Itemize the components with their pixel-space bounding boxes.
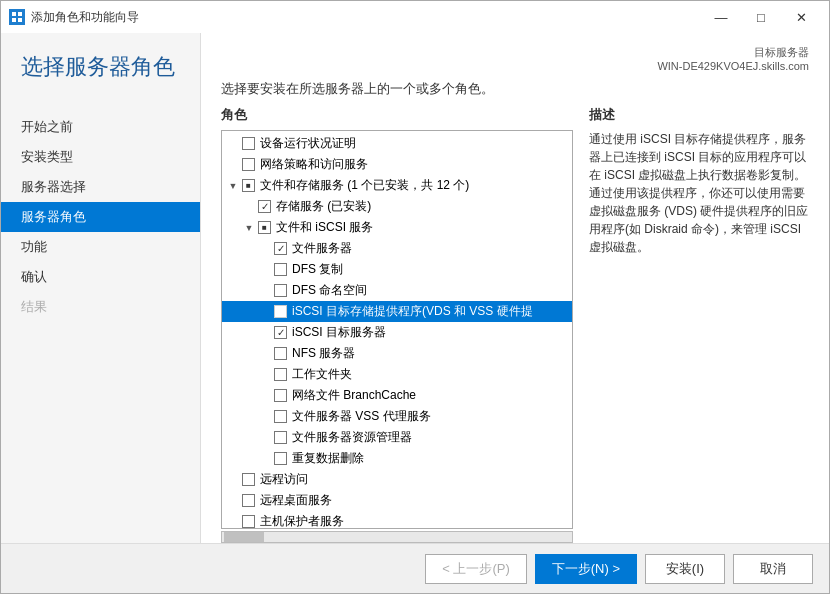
window: 添加角色和功能向导 — □ ✕ 选择服务器角色 开始之前 安装类型 服务器选择 …	[0, 0, 830, 594]
checkbox-r15[interactable]	[274, 431, 287, 444]
role-item-r15[interactable]: 文件服务器资源管理器	[222, 427, 572, 448]
checkbox-r6[interactable]	[274, 242, 287, 255]
role-item-r18[interactable]: 远程桌面服务	[222, 490, 572, 511]
tree-toggle-r1	[226, 137, 240, 151]
role-item-r16[interactable]: 重复数据删除	[222, 448, 572, 469]
roles-section-header: 角色	[221, 106, 573, 124]
checkbox-r5[interactable]	[258, 221, 271, 234]
role-item-r19[interactable]: 主机保护者服务	[222, 511, 572, 529]
checkbox-r17[interactable]	[242, 473, 255, 486]
checkbox-r4[interactable]	[258, 200, 271, 213]
maximize-button[interactable]: □	[741, 3, 781, 31]
tree-toggle-r9	[258, 305, 272, 319]
svg-rect-3	[12, 18, 16, 22]
checkbox-r8[interactable]	[274, 284, 287, 297]
role-item-r9[interactable]: iSCSI 目标存储提供程序(VDS 和 VSS 硬件提	[222, 301, 572, 322]
nav-item-server-select[interactable]: 服务器选择	[1, 172, 200, 202]
horizontal-scrollbar[interactable]	[221, 531, 573, 543]
role-item-r13[interactable]: 网络文件 BranchCache	[222, 385, 572, 406]
checkbox-r1[interactable]	[242, 137, 255, 150]
nav-item-features[interactable]: 功能	[1, 232, 200, 262]
svg-rect-4	[18, 18, 22, 22]
tree-toggle-r5[interactable]: ▼	[242, 221, 256, 235]
role-item-r11[interactable]: NFS 服务器	[222, 343, 572, 364]
role-item-r6[interactable]: 文件服务器	[222, 238, 572, 259]
role-item-r5[interactable]: ▼ 文件和 iSCSI 服务	[222, 217, 572, 238]
role-label-r12: 工作文件夹	[292, 366, 352, 383]
scrollbar-thumb[interactable]	[224, 532, 264, 542]
title-bar-controls: — □ ✕	[701, 3, 821, 31]
role-item-r4[interactable]: 存储服务 (已安装)	[222, 196, 572, 217]
tree-toggle-r17	[226, 473, 240, 487]
checkbox-r9[interactable]	[274, 305, 287, 318]
role-label-r2: 网络策略和访问服务	[260, 156, 368, 173]
minimize-button[interactable]: —	[701, 3, 741, 31]
tree-toggle-r8	[258, 284, 272, 298]
role-label-r1: 设备运行状况证明	[260, 135, 356, 152]
tree-toggle-r3[interactable]: ▼	[226, 179, 240, 193]
desc-section: 描述 通过使用 iSCSI 目标存储提供程序，服务器上已连接到 iSCSI 目标…	[589, 106, 809, 543]
right-panel: 目标服务器 WIN-DE429KVO4EJ.skills.com 选择要安装在所…	[201, 33, 829, 543]
role-label-r8: DFS 命名空间	[292, 282, 367, 299]
role-label-r3: 文件和存储服务 (1 个已安装，共 12 个)	[260, 177, 469, 194]
tree-toggle-r4	[242, 200, 256, 214]
roles-list: 设备运行状况证明 网络策略和访问服务 ▼	[222, 131, 572, 529]
role-label-r16: 重复数据删除	[292, 450, 364, 467]
nav-list: 开始之前 安装类型 服务器选择 服务器角色 功能 确认 结果	[1, 112, 200, 322]
checkbox-r12[interactable]	[274, 368, 287, 381]
role-item-r7[interactable]: DFS 复制	[222, 259, 572, 280]
roles-list-container[interactable]: 设备运行状况证明 网络策略和访问服务 ▼	[221, 130, 573, 529]
nav-item-server-roles[interactable]: 服务器角色	[1, 202, 200, 232]
cancel-button[interactable]: 取消	[733, 554, 813, 584]
role-item-r8[interactable]: DFS 命名空间	[222, 280, 572, 301]
role-label-r10: iSCSI 目标服务器	[292, 324, 386, 341]
next-button[interactable]: 下一步(N) >	[535, 554, 637, 584]
desc-text: 通过使用 iSCSI 目标存储提供程序，服务器上已连接到 iSCSI 目标的应用…	[589, 130, 809, 256]
nav-item-confirm[interactable]: 确认	[1, 262, 200, 292]
checkbox-r14[interactable]	[274, 410, 287, 423]
checkbox-r10[interactable]	[274, 326, 287, 339]
tree-toggle-r13	[258, 389, 272, 403]
checkbox-r3[interactable]	[242, 179, 255, 192]
role-item-r2[interactable]: 网络策略和访问服务	[222, 154, 572, 175]
roles-section: 角色 设备运行状况证明	[221, 106, 573, 543]
tree-toggle-r2	[226, 158, 240, 172]
checkbox-r13[interactable]	[274, 389, 287, 402]
left-panel: 选择服务器角色 开始之前 安装类型 服务器选择 服务器角色 功能 确认 结果	[1, 33, 201, 543]
page-title: 选择服务器角色	[1, 53, 200, 102]
tree-toggle-r7	[258, 263, 272, 277]
role-item-r12[interactable]: 工作文件夹	[222, 364, 572, 385]
nav-item-start[interactable]: 开始之前	[1, 112, 200, 142]
checkbox-r18[interactable]	[242, 494, 255, 507]
tree-toggle-r19	[226, 515, 240, 529]
tree-toggle-r15	[258, 431, 272, 445]
server-info: 目标服务器 WIN-DE429KVO4EJ.skills.com	[657, 45, 809, 72]
role-label-r5: 文件和 iSCSI 服务	[276, 219, 373, 236]
footer: < 上一步(P) 下一步(N) > 安装(I) 取消	[1, 543, 829, 593]
nav-item-install-type[interactable]: 安装类型	[1, 142, 200, 172]
right-header: 目标服务器 WIN-DE429KVO4EJ.skills.com	[201, 33, 829, 80]
install-button[interactable]: 安装(I)	[645, 554, 725, 584]
content-area: 选择服务器角色 开始之前 安装类型 服务器选择 服务器角色 功能 确认 结果 目…	[1, 33, 829, 543]
role-item-r17[interactable]: 远程访问	[222, 469, 572, 490]
role-label-r13: 网络文件 BranchCache	[292, 387, 416, 404]
checkbox-r19[interactable]	[242, 515, 255, 528]
role-item-r14[interactable]: 文件服务器 VSS 代理服务	[222, 406, 572, 427]
close-button[interactable]: ✕	[781, 3, 821, 31]
checkbox-r11[interactable]	[274, 347, 287, 360]
role-label-r6: 文件服务器	[292, 240, 352, 257]
checkbox-r16[interactable]	[274, 452, 287, 465]
role-label-r4: 存储服务 (已安装)	[276, 198, 371, 215]
role-item-r10[interactable]: iSCSI 目标服务器	[222, 322, 572, 343]
main-content: 角色 设备运行状况证明	[201, 106, 829, 543]
checkbox-r2[interactable]	[242, 158, 255, 171]
role-label-r7: DFS 复制	[292, 261, 343, 278]
checkbox-r7[interactable]	[274, 263, 287, 276]
back-button[interactable]: < 上一步(P)	[425, 554, 527, 584]
window-title: 添加角色和功能向导	[31, 9, 139, 26]
tree-toggle-r6	[258, 242, 272, 256]
role-item-r3[interactable]: ▼ 文件和存储服务 (1 个已安装，共 12 个)	[222, 175, 572, 196]
role-label-r17: 远程访问	[260, 471, 308, 488]
role-item-r1[interactable]: 设备运行状况证明	[222, 133, 572, 154]
svg-rect-2	[18, 12, 22, 16]
